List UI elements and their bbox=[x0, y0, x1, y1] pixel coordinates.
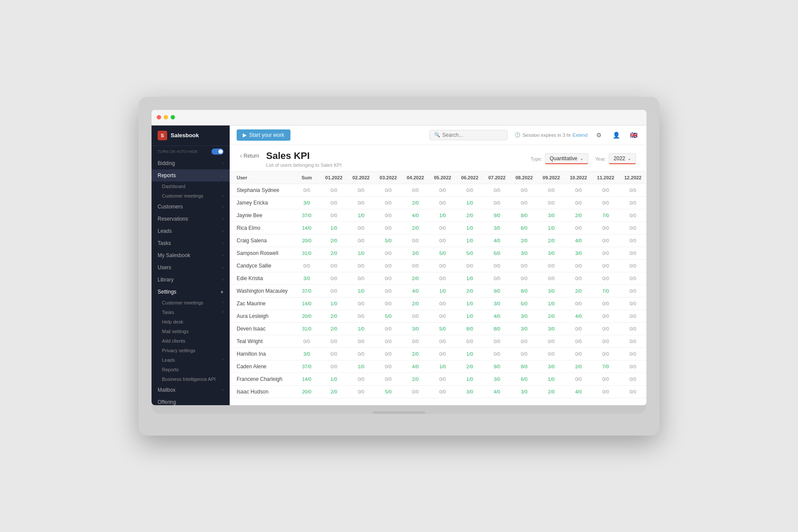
flag-icon-button[interactable]: 🇬🇧 bbox=[627, 129, 640, 141]
cell-m1: 0/0 bbox=[320, 335, 348, 347]
cell-m3: 5/0 bbox=[375, 234, 402, 247]
cell-m7: 4/0 bbox=[483, 310, 511, 322]
cell-m10: 0/0 bbox=[565, 297, 592, 310]
cell-m1: 2/0 bbox=[320, 385, 348, 398]
sidebar-item-privacy-settings[interactable]: Privacy settings bbox=[152, 346, 230, 355]
cell-m11: 7/0 bbox=[592, 284, 620, 297]
settings-icon-button[interactable]: ⚙ bbox=[593, 129, 605, 141]
cell-m9: 3/0 bbox=[537, 360, 565, 373]
cell-m4: 0/0 bbox=[402, 184, 429, 196]
sidebar-item-dashboard[interactable]: Dashboard bbox=[152, 182, 230, 191]
chevron-right-icon: › bbox=[222, 253, 224, 258]
cell-m7: 3/0 bbox=[483, 373, 511, 385]
cell-m5: 1/0 bbox=[429, 284, 456, 297]
cell-m4: 0/0 bbox=[402, 385, 429, 398]
cell-m7: 3/0 bbox=[483, 221, 511, 234]
sidebar-item-reservations[interactable]: Reservations › bbox=[152, 213, 230, 225]
cell-m2: 1/0 bbox=[347, 209, 375, 221]
cell-m6: 2/0 bbox=[456, 284, 484, 297]
table-row: Jaynie Bee37/00/01/00/04/01/02/09/08/03/… bbox=[230, 209, 646, 221]
sidebar-item-bidding[interactable]: Bidding › bbox=[152, 157, 230, 169]
extend-link[interactable]: Extend bbox=[573, 132, 587, 138]
sidebar-item-help-desk[interactable]: Help desk bbox=[152, 317, 230, 327]
user-icon-button[interactable]: 👤 bbox=[610, 129, 622, 141]
cell-m12: 0/0 bbox=[619, 385, 646, 398]
cell-m9: 2/0 bbox=[537, 310, 565, 322]
sidebar-item-tasks-label: Tasks bbox=[158, 240, 222, 246]
type-selector: Type: Quantitative ⌄ bbox=[531, 153, 588, 164]
cell-m4: 4/0 bbox=[402, 209, 429, 221]
sidebar-item-add-clients[interactable]: Add clients bbox=[152, 336, 230, 346]
sidebar-item-settings-reports[interactable]: Reports bbox=[152, 365, 230, 374]
cell-user: Rica Elmo bbox=[230, 221, 293, 234]
search-input[interactable] bbox=[442, 132, 503, 138]
sidebar-item-bi-api[interactable]: Business Intelligence API bbox=[152, 374, 230, 384]
cell-user: Teal Wright bbox=[230, 335, 293, 347]
cell-m12: 0/0 bbox=[619, 284, 646, 297]
cell-m8: 2/0 bbox=[511, 234, 538, 247]
main-content: ▶ Start your work 🔍 🕐 Session expires in… bbox=[230, 126, 646, 405]
start-work-button[interactable]: ▶ Start your work bbox=[237, 129, 290, 141]
sidebar-item-reports[interactable]: Reports ⌄ bbox=[152, 169, 230, 182]
cell-m9: 1/0 bbox=[537, 373, 565, 385]
sidebar-item-leads-label: Leads bbox=[158, 228, 222, 234]
cell-m5: 5/0 bbox=[429, 322, 456, 335]
sidebar-item-settings-customer-meetings[interactable]: Customer meetings › bbox=[152, 298, 230, 307]
cell-m10: 0/0 bbox=[565, 259, 592, 272]
cell-sum: 31/0 bbox=[293, 247, 320, 259]
laptop-notch bbox=[373, 411, 425, 414]
sidebar-item-tasks[interactable]: Tasks › bbox=[152, 237, 230, 249]
cell-m6: 1/0 bbox=[456, 310, 484, 322]
sidebar-item-library[interactable]: Library › bbox=[152, 274, 230, 286]
sidebar-item-settings-tasks[interactable]: Tasks › bbox=[152, 307, 230, 317]
year-selector: Year: 2022 ⌄ bbox=[595, 153, 636, 164]
sidebar-item-leads[interactable]: Leads › bbox=[152, 225, 230, 237]
cell-m11: 0/0 bbox=[592, 385, 620, 398]
sidebar-item-my-salesbook[interactable]: My Salesbook › bbox=[152, 249, 230, 261]
sidebar-item-settings-leads[interactable]: Leads › bbox=[152, 355, 230, 365]
chevron-right-icon: › bbox=[222, 217, 224, 221]
sidebar-item-settings[interactable]: Settings ∧ bbox=[152, 286, 230, 298]
cell-m7: 4/0 bbox=[483, 385, 511, 398]
table-row: Rica Elmo14/01/00/00/02/00/01/03/06/01/0… bbox=[230, 221, 646, 234]
table-row: Aura Lesleigh20/02/00/05/00/00/01/04/03/… bbox=[230, 310, 646, 322]
close-dot[interactable] bbox=[157, 115, 161, 119]
cell-m8: 8/0 bbox=[511, 360, 538, 373]
cell-m2: 1/0 bbox=[347, 322, 375, 335]
cell-m3: 0/0 bbox=[375, 297, 402, 310]
page-header-right: Type: Quantitative ⌄ Year: 2022 ⌄ bbox=[531, 153, 636, 164]
chevron-right-icon: › bbox=[222, 161, 224, 165]
type-dropdown[interactable]: Quantitative ⌄ bbox=[545, 153, 588, 164]
cell-m11: 0/0 bbox=[592, 259, 620, 272]
page-subtitle: List of users belonging to Sales KPI bbox=[266, 162, 342, 168]
sidebar-item-users[interactable]: Users › bbox=[152, 261, 230, 274]
cell-m9: 1/0 bbox=[537, 297, 565, 310]
laptop-bottom bbox=[152, 405, 646, 414]
minimize-dot[interactable] bbox=[164, 115, 168, 119]
cell-m12: 0/0 bbox=[619, 272, 646, 284]
cell-m4: 3/0 bbox=[402, 322, 429, 335]
sidebar-item-mailbox[interactable]: Mailbox › bbox=[152, 384, 230, 396]
cell-m11: 0/0 bbox=[592, 322, 620, 335]
chevron-right-icon: › bbox=[222, 265, 224, 270]
kpi-table-container: User Sum 01.2022 02.2022 03.2022 04.2022… bbox=[230, 172, 646, 405]
back-button[interactable]: ‹ Return bbox=[240, 153, 259, 159]
autohide-toggle[interactable] bbox=[211, 149, 224, 155]
maximize-dot[interactable] bbox=[171, 115, 175, 119]
clock-icon: 🕐 bbox=[514, 132, 521, 138]
sidebar-item-mail-settings[interactable]: Mail settings bbox=[152, 327, 230, 336]
table-row: Deven Isaac31/02/01/00/03/05/08/08/03/03… bbox=[230, 322, 646, 335]
cell-m12: 0/0 bbox=[619, 335, 646, 347]
sidebar: S Salesbook TURN ON AUTO-HIDE Bidding › … bbox=[152, 126, 230, 405]
sidebar-item-library-label: Library bbox=[158, 277, 222, 283]
sidebar-item-customers[interactable]: Customers › bbox=[152, 201, 230, 213]
cell-m10: 0/0 bbox=[565, 221, 592, 234]
sidebar-item-offering[interactable]: Offering bbox=[152, 396, 230, 405]
cell-m1: 0/0 bbox=[320, 259, 348, 272]
sidebar-item-customer-meetings[interactable]: Customer meetings › bbox=[152, 191, 230, 201]
cell-user: Edie Kristia bbox=[230, 272, 293, 284]
cell-m7: 0/0 bbox=[483, 259, 511, 272]
col-03: 03.2022 bbox=[375, 172, 402, 184]
year-dropdown[interactable]: 2022 ⌄ bbox=[609, 153, 636, 164]
cell-m11: 0/0 bbox=[592, 221, 620, 234]
